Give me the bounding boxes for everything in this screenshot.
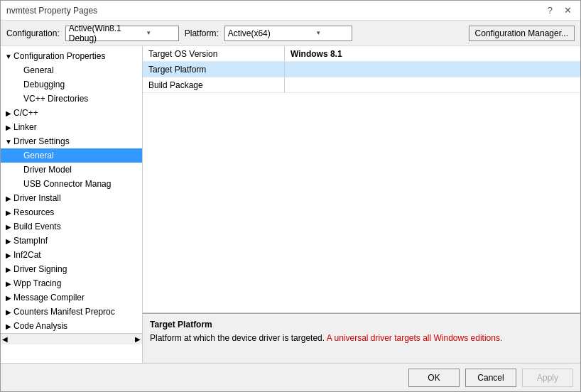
property-rows: Target OS VersionWindows 8.1Target Platf… [143,46,580,93]
prop-value-target-os-version: Windows 8.1 [285,46,580,61]
prop-row-target-platform[interactable]: Target Platform [143,62,580,77]
tree-arrow-driver-install: ▶ [4,195,13,202]
tree-arrow-code-analysis: ▶ [4,322,13,330]
description-title: Target Platform [150,320,573,330]
sidebar-item-driver-model[interactable]: Driver Model [1,163,142,177]
prop-name-target-os-version: Target OS Version [143,46,285,61]
tree-arrow-linker: ▶ [4,124,13,131]
title-bar: nvmtest Property Pages ? ✕ [1,1,580,21]
apply-button[interactable]: Apply [522,369,573,387]
platform-label: Platform: [185,28,219,38]
tree-arrow-resources: ▶ [4,209,13,217]
ok-button[interactable]: OK [408,369,460,387]
sidebar-item-label-configuration-properties: Configuration Properties [13,51,105,61]
sidebar-scrollbar[interactable]: ◀ ▶ [1,333,142,344]
sidebar-item-label-message-compiler: Message Compiler [13,293,85,303]
description-text-highlight: A universal driver targets all Windows e… [327,333,502,343]
sidebar-item-code-analysis[interactable]: ▶Code Analysis [1,319,142,333]
config-manager-button[interactable]: Configuration Manager... [469,26,575,41]
title-controls: ? ✕ [545,5,575,16]
sidebar-item-driver-signing[interactable]: ▶Driver Signing [1,262,142,276]
help-button[interactable]: ? [545,5,555,16]
sidebar-item-resources[interactable]: ▶Resources [1,205,142,219]
window-title: nvmtest Property Pages [6,6,97,16]
config-dropdown-value: Active(Win8.1 Debug) [69,23,122,43]
sidebar-item-linker[interactable]: ▶Linker [1,120,142,134]
sidebar-item-configuration-properties[interactable]: ▼Configuration Properties [1,49,142,63]
sidebar-item-driver-settings[interactable]: ▼Driver Settings [1,134,142,148]
configuration-row: Configuration: Active(Win8.1 Debug) ▼ Pl… [1,21,580,46]
sidebar-item-debugging[interactable]: Debugging [1,77,142,92]
content-area: Target OS VersionWindows 8.1Target Platf… [143,46,580,363]
sidebar-item-ds-general[interactable]: General [1,148,142,163]
config-label: Configuration: [6,28,60,38]
sidebar-item-label-driver-settings: Driver Settings [13,136,70,146]
tree-arrow-inf2cat: ▶ [4,251,13,259]
tree-arrow-c-cpp: ▶ [4,109,13,117]
sidebar-item-label-vc-directories: VC++ Directories [23,94,88,104]
property-table: Target OS VersionWindows 8.1Target Platf… [143,46,580,313]
tree-arrow-counters-manifest: ▶ [4,308,13,316]
sidebar-item-label-usb-connector: USB Connector Manag [23,179,111,189]
sidebar-item-label-stampinf: StampInf [13,236,48,246]
tree-arrow-driver-signing: ▶ [4,266,13,273]
tree-arrow-driver-settings: ▼ [4,138,13,146]
tree-arrow-configuration-properties: ▼ [4,53,13,60]
sidebar-item-label-driver-model: Driver Model [23,165,72,175]
prop-row-target-os-version[interactable]: Target OS VersionWindows 8.1 [143,46,580,62]
description-text: Platform at which the device driver is t… [150,332,573,344]
sidebar-item-label-counters-manifest: Counters Manifest Preproc [13,307,115,317]
sidebar-item-inf2cat[interactable]: ▶Inf2Cat [1,248,142,262]
platform-dropdown-value: Active(x64) [228,28,288,38]
sidebar-item-vc-directories[interactable]: VC++ Directories [1,92,142,106]
config-dropdown-arrow: ▼ [122,30,175,36]
sidebar-item-wpp-tracing[interactable]: ▶Wpp Tracing [1,276,142,290]
sidebar-item-label-general: General [23,65,54,75]
sidebar-item-stampinf[interactable]: ▶StampInf [1,234,142,248]
sidebar-item-counters-manifest[interactable]: ▶Counters Manifest Preproc [1,305,142,319]
description-area: Target Platform Platform at which the de… [143,313,580,363]
platform-dropdown-arrow: ▼ [288,30,349,36]
sidebar-item-label-inf2cat: Inf2Cat [13,250,41,260]
tree-arrow-build-events: ▶ [4,223,13,231]
tree-arrow-message-compiler: ▶ [4,294,13,302]
scroll-right-icon[interactable]: ▶ [135,335,141,343]
sidebar-item-general[interactable]: General [1,63,142,77]
sidebar-item-usb-connector[interactable]: USB Connector Manag [1,177,142,191]
close-button[interactable]: ✕ [561,5,575,16]
sidebar-item-label-driver-signing: Driver Signing [13,264,67,274]
sidebar-tree: ▼Configuration PropertiesGeneralDebuggin… [1,49,142,333]
sidebar-item-label-linker: Linker [13,122,37,132]
prop-name-target-platform: Target Platform [143,62,285,77]
sidebar-item-label-code-analysis: Code Analysis [13,321,67,331]
configuration-dropdown[interactable]: Active(Win8.1 Debug) ▼ [65,26,179,41]
sidebar-item-message-compiler[interactable]: ▶Message Compiler [1,290,142,305]
prop-row-build-package[interactable]: Build Package [143,77,580,93]
main-window: nvmtest Property Pages ? ✕ Configuration… [0,0,581,392]
tree-arrow-stampinf: ▶ [4,237,13,245]
scroll-left-icon[interactable]: ◀ [2,335,8,343]
sidebar-item-c-cpp[interactable]: ▶C/C++ [1,106,142,120]
sidebar: ▼Configuration PropertiesGeneralDebuggin… [1,46,143,363]
platform-dropdown[interactable]: Active(x64) ▼ [224,26,352,41]
sidebar-item-label-debugging: Debugging [23,80,65,89]
prop-value-target-platform [285,62,580,77]
sidebar-item-label-driver-install: Driver Install [13,193,61,203]
sidebar-item-build-events[interactable]: ▶Build Events [1,219,142,234]
prop-name-build-package: Build Package [143,77,285,92]
sidebar-item-label-wpp-tracing: Wpp Tracing [13,278,61,288]
sidebar-item-driver-install[interactable]: ▶Driver Install [1,191,142,205]
tree-arrow-wpp-tracing: ▶ [4,280,13,288]
sidebar-item-label-c-cpp: C/C++ [13,108,38,118]
bottom-bar: OK Cancel Apply [1,363,580,391]
main-area: ▼Configuration PropertiesGeneralDebuggin… [1,46,580,363]
description-text-start: Platform at which the device driver is t… [150,333,327,343]
prop-value-build-package [285,77,580,92]
sidebar-item-label-resources: Resources [13,207,54,217]
sidebar-item-label-ds-general: General [23,151,54,160]
cancel-button[interactable]: Cancel [465,369,516,387]
sidebar-item-label-build-events: Build Events [13,222,61,232]
